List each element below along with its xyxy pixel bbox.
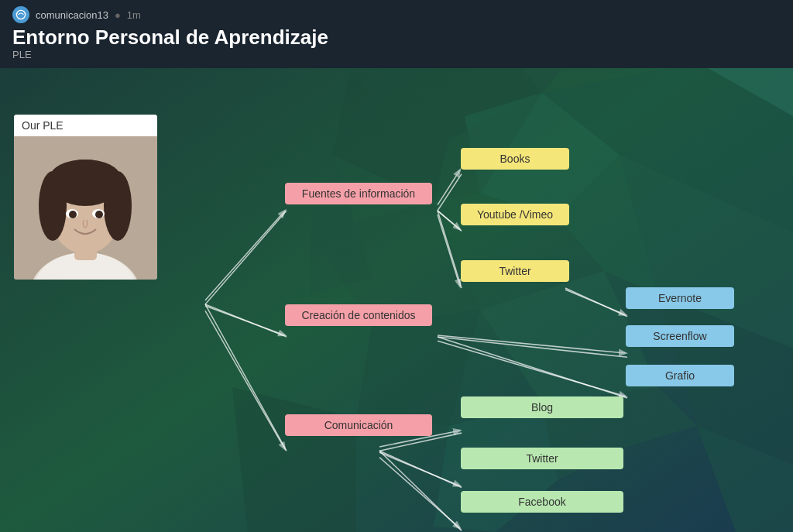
app-logo <box>12 6 29 23</box>
svg-line-54 <box>438 341 626 396</box>
svg-line-41 <box>438 337 627 357</box>
node-twitter2: Twitter <box>461 448 623 469</box>
svg-line-57 <box>379 457 460 527</box>
username: comunicacion13 <box>36 9 108 21</box>
node-twitter1: Twitter <box>461 260 569 282</box>
svg-point-20 <box>16 10 25 19</box>
node-youtube: Youtube /Vimeo <box>461 204 569 225</box>
node-facebook: Facebook <box>461 491 623 513</box>
svg-line-37 <box>438 173 462 210</box>
node-fuentes: Fuentes de información <box>285 183 432 204</box>
header: comunicacion13 ● 1m Entorno Personal de … <box>0 0 793 68</box>
post-time: 1m <box>127 9 141 21</box>
node-grafio: Grafio <box>626 365 734 386</box>
page-title: Entorno Personal de Aprendizaje <box>12 26 781 49</box>
header-top: comunicacion13 ● 1m <box>12 6 781 23</box>
node-books: Books <box>461 148 569 170</box>
node-evernote: Evernote <box>626 287 734 309</box>
svg-line-34 <box>205 211 287 304</box>
app-container: comunicacion13 ● 1m Entorno Personal de … <box>0 0 793 532</box>
page-subtitle: PLE <box>12 49 781 60</box>
separator-dot: ● <box>115 9 121 21</box>
svg-line-56 <box>379 452 460 486</box>
svg-line-39 <box>438 211 462 288</box>
svg-line-46 <box>205 211 285 300</box>
content-area: Our PLE <box>0 68 793 532</box>
svg-line-52 <box>565 290 626 315</box>
svg-line-49 <box>438 170 460 204</box>
svg-line-53 <box>438 335 626 353</box>
node-comunicacion: Comunicación <box>285 414 432 436</box>
node-blog: Blog <box>461 396 623 418</box>
node-screenflow: Screenflow <box>626 325 734 347</box>
svg-line-51 <box>438 215 460 287</box>
node-creacion: Creación de contenidos <box>285 304 432 326</box>
svg-line-36 <box>205 304 287 451</box>
